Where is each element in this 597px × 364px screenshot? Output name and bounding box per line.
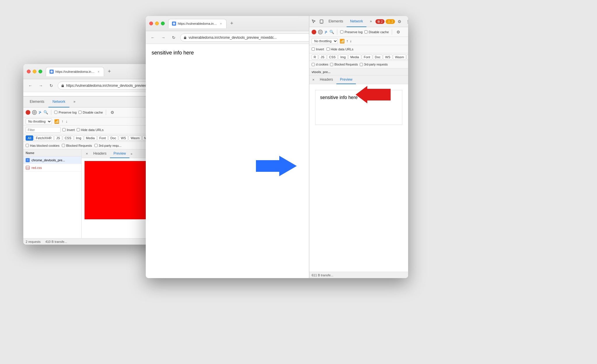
back-disable-cache-input[interactable]: [78, 111, 82, 114]
back-preview-close-icon[interactable]: ×: [84, 151, 90, 157]
front-disable-cache-checkbox[interactable]: Disable cache: [364, 30, 389, 34]
front-disable-cache-input[interactable]: [364, 30, 368, 33]
back-filter-tag-css[interactable]: CSS: [63, 135, 73, 141]
front-filter-tag-img[interactable]: Img: [338, 54, 347, 60]
reload-button[interactable]: ↻: [47, 82, 55, 90]
front-third-party-input[interactable]: [360, 63, 363, 66]
back-blocked-requests-input[interactable]: [62, 144, 65, 147]
front-devtools-tab-network[interactable]: Network: [347, 16, 366, 27]
front-devtools-more-icon[interactable]: ⋮: [404, 18, 408, 25]
front-minimize-button[interactable]: [155, 22, 159, 25]
front-filter-tag-font[interactable]: Font: [362, 54, 372, 60]
front-req-tab-headers[interactable]: Headers: [316, 75, 336, 84]
front-devtools-tab-more[interactable]: »: [366, 16, 375, 27]
back-filter-input[interactable]: [26, 127, 61, 133]
back-third-party-checkbox[interactable]: 3rd-party requ...: [94, 144, 122, 147]
front-filter-tag-media[interactable]: Media: [348, 54, 361, 60]
forward-button[interactable]: →: [37, 82, 45, 90]
back-blocked-cookies-checkbox[interactable]: Has blocked cookies: [26, 144, 59, 147]
front-filter-tag-ws[interactable]: WS: [383, 54, 392, 60]
back-blocked-requests-checkbox[interactable]: Blocked Requests: [62, 144, 92, 147]
back-filter-tag-img[interactable]: Img: [74, 135, 83, 141]
front-sep1: [337, 29, 337, 35]
front-forward-button[interactable]: →: [159, 33, 167, 42]
front-filter-tag-manife[interactable]: Manife...: [407, 54, 408, 60]
front-back-button[interactable]: ←: [149, 33, 157, 42]
front-req-close-icon[interactable]: ×: [310, 77, 316, 83]
back-filter-tag-wasm[interactable]: Wasm: [129, 135, 142, 141]
back-preview-tab-preview[interactable]: Preview: [110, 149, 129, 158]
front-reload-button[interactable]: ↻: [170, 33, 178, 42]
back-record-button[interactable]: [26, 110, 30, 115]
back-devtools-tab-network[interactable]: Network: [48, 96, 69, 107]
front-devtools-settings2-icon[interactable]: ⚙: [395, 29, 402, 36]
back-filter-tag-all[interactable]: All: [26, 135, 33, 141]
front-new-tab-button[interactable]: +: [228, 20, 236, 28]
back-devtools-settings2-icon[interactable]: ⚙: [109, 109, 116, 116]
front-maximize-button[interactable]: [161, 22, 165, 25]
front-filter-icon[interactable]: ⊁: [324, 30, 328, 34]
back-filter-tag-media[interactable]: Media: [84, 135, 97, 141]
front-tab-close-button[interactable]: ×: [219, 22, 223, 26]
front-filter-tag-js[interactable]: JS: [319, 54, 326, 60]
back-preserve-log-input[interactable]: [54, 111, 57, 114]
front-d-cookies-checkbox[interactable]: d cookies: [312, 63, 328, 66]
back-filter-tag-ws[interactable]: WS: [119, 135, 128, 141]
back-preserve-log-checkbox[interactable]: Preserve log: [54, 111, 77, 114]
back-filter-tag-doc[interactable]: Doc: [108, 135, 118, 141]
front-search-icon[interactable]: 🔍: [329, 30, 334, 34]
back-filter-tag-fetch[interactable]: Fetch/XHR: [34, 135, 54, 141]
back-tab-close-button[interactable]: ×: [97, 70, 100, 74]
front-record-button[interactable]: [312, 30, 316, 34]
front-throttle-select[interactable]: No throttling: [312, 38, 338, 44]
front-invert-input[interactable]: [312, 47, 315, 51]
back-third-party-input[interactable]: [94, 144, 98, 147]
front-d-cookies-input[interactable]: [312, 63, 315, 66]
back-search-icon[interactable]: 🔍: [43, 110, 48, 114]
front-device-icon[interactable]: [318, 18, 325, 25]
back-minimize-button[interactable]: [33, 70, 36, 73]
front-active-tab[interactable]: https://vulnerabledoma.in/chro... ×: [168, 19, 226, 28]
front-hide-data-checkbox[interactable]: Hide data URLs: [326, 47, 354, 51]
back-close-button[interactable]: [27, 70, 31, 73]
back-throttle-select[interactable]: No throttling: [26, 119, 52, 124]
back-filter-tag-js[interactable]: JS: [54, 135, 62, 141]
back-stop-button[interactable]: [32, 110, 37, 115]
front-hide-data-input[interactable]: [326, 47, 330, 51]
front-devtools-tab-elements[interactable]: Elements: [325, 16, 347, 27]
back-disable-cache-checkbox[interactable]: Disable cache: [78, 111, 103, 114]
back-new-tab-button[interactable]: +: [105, 68, 113, 76]
front-req-tab-preview[interactable]: Preview: [336, 75, 356, 84]
back-maximize-button[interactable]: [38, 70, 42, 73]
back-network-item-2[interactable]: css red.css: [23, 164, 81, 172]
back-button[interactable]: ←: [26, 82, 34, 90]
front-third-party-checkbox[interactable]: 3rd-party requests: [360, 63, 388, 66]
back-filter-tag-font[interactable]: Font: [97, 135, 108, 141]
back-hide-data-urls-checkbox[interactable]: Hide data URLs: [77, 128, 104, 132]
back-active-tab[interactable]: https://vulnerabledoma.in/chro... ×: [46, 67, 104, 76]
front-stop-button[interactable]: [318, 30, 323, 34]
back-blocked-cookies-input[interactable]: [26, 144, 29, 147]
back-network-item-1[interactable]: ≡ chrome_devtools_pre...: [23, 156, 81, 164]
back-invert-input[interactable]: [62, 128, 66, 131]
back-devtools-tab-more[interactable]: »: [69, 96, 80, 107]
front-preserve-log-input[interactable]: [340, 30, 343, 33]
front-filter-tag-doc[interactable]: Doc: [373, 54, 383, 60]
front-filter-tags-row: R JS CSS Img Media Font Doc WS Wasm Mani…: [309, 53, 408, 61]
back-filter-icon[interactable]: ⊁: [38, 110, 42, 114]
back-invert-checkbox[interactable]: Invert: [62, 128, 75, 132]
back-devtools-tab-elements[interactable]: Elements: [26, 96, 48, 107]
front-devtools-settings-icon[interactable]: ⚙: [396, 18, 403, 25]
back-preview-tab-headers[interactable]: Headers: [90, 149, 110, 158]
front-filter-tag-r[interactable]: R: [312, 54, 318, 60]
front-inspect-icon[interactable]: [310, 18, 317, 25]
front-invert-checkbox[interactable]: Invert: [312, 47, 324, 51]
front-filter-tag-css[interactable]: CSS: [327, 54, 338, 60]
back-preview-tab-more[interactable]: »: [129, 151, 134, 156]
front-blocked-req-checkbox[interactable]: Blocked Requests: [330, 63, 358, 66]
back-hide-data-urls-input[interactable]: [77, 128, 80, 131]
front-preserve-log-checkbox[interactable]: Preserve log: [340, 30, 363, 34]
front-filter-tag-wasm[interactable]: Wasm: [393, 54, 406, 60]
front-blocked-req-input[interactable]: [330, 63, 333, 66]
front-close-button[interactable]: [149, 22, 153, 25]
